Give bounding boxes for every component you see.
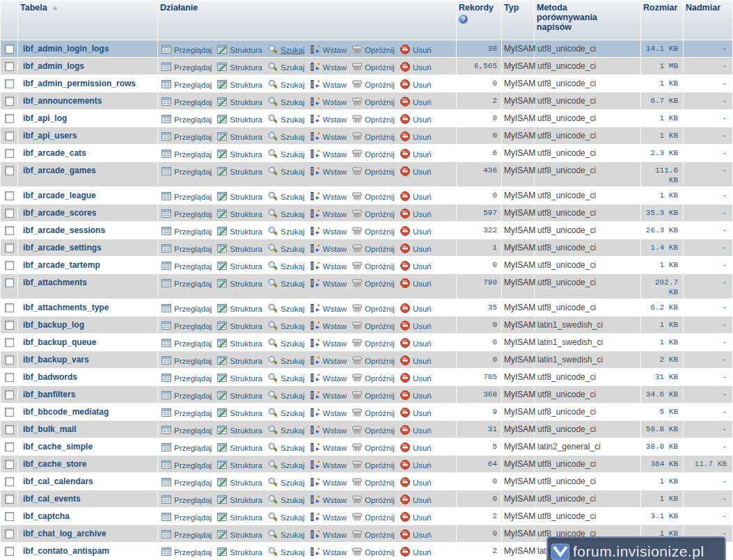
browse-link[interactable]: Przeglądaj xyxy=(161,357,212,365)
browse-link[interactable]: Przeglądaj xyxy=(161,150,212,159)
drop-link[interactable]: Usuń xyxy=(400,115,432,124)
insert-link[interactable]: Wstaw xyxy=(310,374,347,383)
browse-link[interactable]: Przeglądaj xyxy=(161,280,212,288)
table-name-link[interactable]: ibf_attachments_type xyxy=(23,303,109,312)
table-name-link[interactable]: ibf_cal_calendars xyxy=(23,477,93,486)
table-name-link[interactable]: ibf_bbcode_mediatag xyxy=(23,407,109,417)
column-header-collation-label[interactable]: Metoda porównywania napisów xyxy=(537,3,610,32)
structure-link[interactable]: Struktura xyxy=(216,63,262,72)
table-name-link[interactable]: ibf_badwords xyxy=(23,372,77,382)
drop-link[interactable]: Usuń xyxy=(400,548,432,557)
drop-link[interactable]: Usuń xyxy=(400,98,432,106)
empty-link[interactable]: Opróżnij xyxy=(352,150,395,159)
browse-link[interactable]: Przeglądaj xyxy=(161,227,212,236)
row-checkbox[interactable] xyxy=(5,338,14,347)
row-checkbox[interactable] xyxy=(5,303,14,312)
row-checkbox[interactable] xyxy=(5,62,14,71)
structure-link[interactable]: Struktura xyxy=(216,245,262,253)
row-checkbox[interactable] xyxy=(5,373,14,382)
row-checkbox[interactable] xyxy=(5,114,14,123)
row-checkbox[interactable] xyxy=(5,495,14,504)
browse-link[interactable]: Przeglądaj xyxy=(161,339,212,348)
empty-link[interactable]: Opróżnij xyxy=(352,531,395,539)
structure-link[interactable]: Struktura xyxy=(216,168,262,176)
structure-link[interactable]: Struktura xyxy=(216,227,262,236)
drop-link[interactable]: Usuń xyxy=(400,461,432,470)
table-name-link[interactable]: ibf_captcha xyxy=(23,511,70,521)
insert-link[interactable]: Wstaw xyxy=(310,513,347,522)
structure-link[interactable]: Struktura xyxy=(216,262,262,271)
drop-link[interactable]: Usuń xyxy=(400,444,432,452)
drop-link[interactable]: Usuń xyxy=(400,479,432,487)
browse-link[interactable]: Przeglądaj xyxy=(161,322,212,330)
empty-link[interactable]: Opróżnij xyxy=(352,168,395,176)
empty-link[interactable]: Opróżnij xyxy=(352,444,395,452)
structure-link[interactable]: Struktura xyxy=(216,280,262,288)
row-checkbox[interactable] xyxy=(5,97,14,106)
row-checkbox[interactable] xyxy=(5,408,14,417)
search-link[interactable]: Szukaj xyxy=(267,81,305,89)
column-header-collation[interactable]: Metoda porównywania napisów xyxy=(535,1,640,40)
row-checkbox[interactable] xyxy=(5,131,14,141)
empty-link[interactable]: Opróżnij xyxy=(352,461,395,470)
drop-link[interactable]: Usuń xyxy=(400,46,432,54)
column-header-size-label[interactable]: Rozmiar xyxy=(643,3,677,13)
column-header-records-label[interactable]: Rekordy xyxy=(459,3,494,13)
drop-link[interactable]: Usuń xyxy=(400,357,432,365)
browse-link[interactable]: Przeglądaj xyxy=(161,409,212,417)
empty-link[interactable]: Opróżnij xyxy=(352,227,395,236)
insert-link[interactable]: Wstaw xyxy=(310,357,347,365)
column-header-records[interactable]: Rekordy ? xyxy=(457,1,501,40)
browse-link[interactable]: Przeglądaj xyxy=(161,461,212,470)
insert-link[interactable]: Wstaw xyxy=(310,98,347,106)
browse-link[interactable]: Przeglądaj xyxy=(161,262,212,271)
empty-link[interactable]: Opróżnij xyxy=(352,479,395,487)
structure-link[interactable]: Struktura xyxy=(216,479,262,487)
row-checkbox[interactable] xyxy=(5,355,14,365)
drop-link[interactable]: Usuń xyxy=(400,262,432,271)
structure-link[interactable]: Struktura xyxy=(216,193,262,201)
search-link[interactable]: Szukaj xyxy=(267,461,305,470)
search-link[interactable]: Szukaj xyxy=(267,115,305,124)
empty-link[interactable]: Opróżnij xyxy=(352,63,395,72)
table-name-link[interactable]: ibf_admin_permission_rows xyxy=(23,79,136,88)
browse-link[interactable]: Przeglądaj xyxy=(161,245,212,253)
browse-link[interactable]: Przeglądaj xyxy=(161,392,212,400)
structure-link[interactable]: Struktura xyxy=(216,133,262,141)
insert-link[interactable]: Wstaw xyxy=(310,168,347,176)
drop-link[interactable]: Usuń xyxy=(400,531,432,539)
insert-link[interactable]: Wstaw xyxy=(310,461,347,470)
browse-link[interactable]: Przeglądaj xyxy=(161,168,212,176)
empty-link[interactable]: Opróżnij xyxy=(352,496,395,504)
drop-link[interactable]: Usuń xyxy=(400,63,432,72)
table-name-link[interactable]: ibf_backup_vars xyxy=(23,355,89,365)
search-link[interactable]: Szukaj xyxy=(267,280,305,288)
drop-link[interactable]: Usuń xyxy=(400,227,432,236)
structure-link[interactable]: Struktura xyxy=(216,339,262,348)
table-name-link[interactable]: ibf_cache_simple xyxy=(23,442,93,451)
drop-link[interactable]: Usuń xyxy=(400,133,432,141)
empty-link[interactable]: Opróżnij xyxy=(352,409,395,417)
row-checkbox[interactable] xyxy=(5,512,14,521)
insert-link[interactable]: Wstaw xyxy=(310,392,347,400)
help-icon[interactable]: ? xyxy=(459,15,468,24)
empty-link[interactable]: Opróżnij xyxy=(352,426,395,435)
table-name-link[interactable]: ibf_chat_log_archive xyxy=(23,529,106,538)
structure-link[interactable]: Struktura xyxy=(216,496,262,504)
table-name-link[interactable]: ibf_cache_store xyxy=(23,459,86,469)
insert-link[interactable]: Wstaw xyxy=(310,496,347,504)
search-link[interactable]: Szukaj xyxy=(267,193,305,201)
insert-link[interactable]: Wstaw xyxy=(310,339,347,348)
table-name-link[interactable]: ibf_api_log xyxy=(23,113,67,123)
search-link[interactable]: Szukaj xyxy=(267,98,305,106)
drop-link[interactable]: Usuń xyxy=(400,513,432,522)
insert-link[interactable]: Wstaw xyxy=(310,531,347,539)
search-link[interactable]: Szukaj xyxy=(267,305,305,313)
browse-link[interactable]: Przeglądaj xyxy=(161,374,212,383)
browse-link[interactable]: Przeglądaj xyxy=(161,548,212,557)
drop-link[interactable]: Usuń xyxy=(400,245,432,253)
table-name-link[interactable]: ibf_api_users xyxy=(23,131,77,141)
drop-link[interactable]: Usuń xyxy=(400,374,432,383)
insert-link[interactable]: Wstaw xyxy=(310,409,347,417)
row-checkbox[interactable] xyxy=(5,149,14,158)
